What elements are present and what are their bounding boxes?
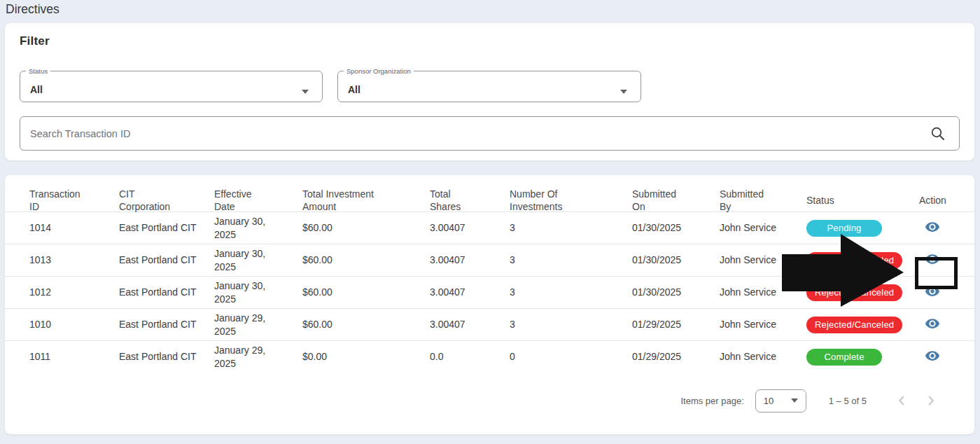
cell-total-investment-amount: $60.00 [302,254,430,266]
cell-number-of-investments: 0 [510,350,632,363]
items-per-page-label: Items per page: [680,396,743,406]
paginator: Items per page: 10 1 – 5 of 5 [5,387,974,415]
cell-cit-corporation: East Portland CIT [119,286,214,298]
next-page-button[interactable] [921,391,941,410]
eye-icon [923,284,941,299]
cell-total-shares: 3.00407 [430,318,510,331]
cell-transaction-id: 1014 [29,221,119,234]
table-row[interactable]: 1014 East Portland CIT January 30, 2025 … [5,211,974,244]
eye-icon [923,348,941,363]
cell-submitted-on: 01/29/2025 [632,318,720,331]
cell-effective-date: January 29, 2025 [214,312,302,337]
table-row[interactable]: 1011 East Portland CIT January 29, 2025 … [5,340,974,373]
search-input[interactable] [30,117,933,150]
previous-page-button[interactable] [892,391,911,410]
cell-cit-corporation: East Portland CIT [119,350,214,363]
column-header: Submitted By [720,188,806,214]
cell-action [919,348,974,366]
cell-effective-date: January 30, 2025 [214,247,302,272]
column-header: Submitted On [632,188,720,214]
column-header: Effective Date [214,188,302,214]
chevron-left-icon [894,393,909,408]
view-button[interactable] [923,348,941,363]
column-header: CIT Corporation [119,188,214,214]
cell-cit-corporation: East Portland CIT [119,254,214,266]
table-body: 1014 East Portland CIT January 30, 2025 … [5,211,974,373]
cell-status: Rejected/Canceled [806,317,919,333]
cell-total-shares: 3.00407 [430,286,510,298]
cell-total-shares: 0.0 [430,350,510,363]
table-row[interactable]: 1013 East Portland CIT January 30, 2025 … [5,244,974,276]
status-select-value: All [30,84,43,95]
cell-submitted-by: John Service [720,286,806,298]
cell-action [919,251,974,269]
cell-status: Pending [806,220,919,237]
cell-number-of-investments: 3 [510,318,632,331]
cell-total-investment-amount: $0.00 [302,350,430,363]
column-header: Total Investment Amount [302,188,430,214]
status-badge: Rejected/Canceled [806,317,902,333]
view-button[interactable] [923,284,941,299]
sponsor-organization-select[interactable]: Sponsor Organization All [337,68,641,102]
cell-effective-date: January 29, 2025 [214,344,302,369]
eye-icon [923,251,941,267]
directives-table-panel: Transaction IDCIT CorporationEffective D… [5,175,974,434]
cell-submitted-by: John Service [720,350,806,363]
cell-action [919,219,974,237]
cell-submitted-by: John Service [720,318,806,331]
cell-effective-date: January 30, 2025 [214,215,302,240]
cell-submitted-on: 01/30/2025 [632,286,720,298]
status-badge: Rejected/Canceled [806,284,902,301]
status-badge: Complete [806,349,882,366]
cell-transaction-id: 1013 [29,254,119,266]
column-header: Transaction ID [29,188,119,214]
cell-total-investment-amount: $60.00 [302,221,430,234]
view-button[interactable] [923,219,941,235]
column-header: Status [806,194,919,207]
cell-submitted-on: 01/29/2025 [632,350,720,363]
view-button[interactable] [923,251,941,267]
sponsor-organization-select-value: All [348,84,360,95]
cell-transaction-id: 1010 [29,318,119,331]
sponsor-organization-select-label: Sponsor Organization [344,68,414,75]
cell-transaction-id: 1012 [29,286,119,298]
table-header-row: Transaction IDCIT CorporationEffective D… [5,175,974,211]
column-header: Number Of Investments [510,188,632,214]
page-range-label: 1 – 5 of 5 [829,396,867,406]
items-per-page-select[interactable]: 10 [755,389,806,412]
cell-number-of-investments: 3 [510,286,632,298]
cell-action [919,284,974,301]
eye-icon [923,316,941,331]
cell-transaction-id: 1011 [29,350,119,363]
view-button[interactable] [923,316,941,331]
cell-submitted-by: John Service [720,221,806,234]
chevron-down-icon [791,398,798,403]
column-header: Action [919,194,974,207]
table-row[interactable]: 1010 East Portland CIT January 29, 2025 … [5,308,974,340]
cell-total-shares: 3.00407 [430,221,510,234]
cell-submitted-on: 01/30/2025 [632,254,720,266]
cell-status: Rejected/Canceled [806,284,919,301]
cell-effective-date: January 30, 2025 [214,279,302,305]
cell-status: Complete [806,349,919,366]
cell-cit-corporation: East Portland CIT [119,221,214,234]
status-badge: Rejected/Canceled [806,252,902,269]
cell-number-of-investments: 3 [510,221,632,234]
page-title: Directives [6,2,59,17]
cell-status: Rejected/Canceled [806,252,919,269]
chevron-down-icon [620,90,627,94]
chevron-right-icon [923,393,939,408]
search-field [20,116,960,151]
cell-submitted-by: John Service [720,254,806,266]
cell-total-investment-amount: $60.00 [302,286,430,298]
status-select[interactable]: Status All [20,68,323,102]
items-per-page-value: 10 [764,396,774,406]
chevron-down-icon [302,90,309,94]
cell-submitted-on: 01/30/2025 [632,221,720,234]
cell-number-of-investments: 3 [510,254,632,266]
status-select-label: Status [26,68,50,75]
search-icon[interactable] [930,125,946,142]
cell-total-shares: 3.00407 [430,254,510,266]
status-badge: Pending [806,220,882,237]
table-row[interactable]: 1012 East Portland CIT January 30, 2025 … [5,276,974,308]
